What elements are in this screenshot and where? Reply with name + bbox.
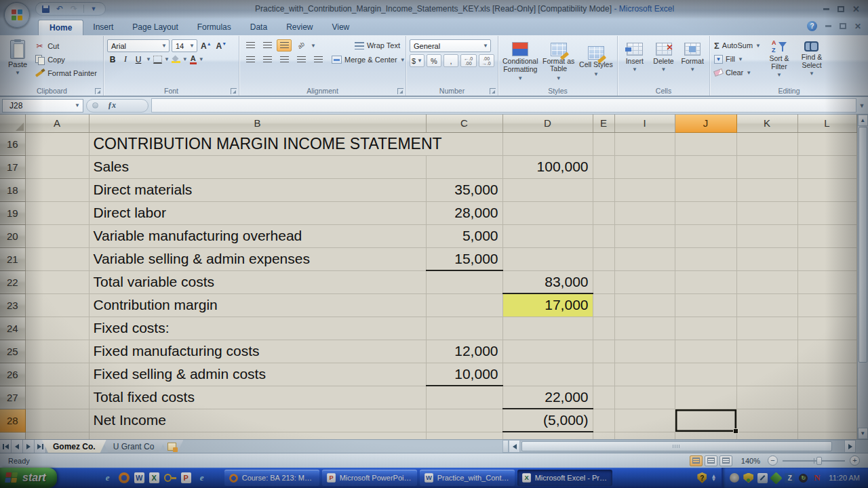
cell-c26[interactable]: 10,000: [426, 363, 502, 386]
security-shield-icon[interactable]: [743, 473, 753, 483]
formula-input[interactable]: [151, 98, 856, 113]
align-middle-button[interactable]: [260, 39, 275, 52]
insert-cells-button[interactable]: Insert▼: [621, 39, 648, 73]
speaker-icon[interactable]: [730, 473, 739, 483]
cell[interactable]: [736, 386, 797, 409]
internet-explorer-icon[interactable]: e: [196, 472, 208, 484]
task-button-word[interactable]: WPractice_with_Contri...: [420, 470, 515, 486]
cell[interactable]: [593, 224, 614, 247]
redo-button[interactable]: ↷: [68, 3, 80, 14]
decrease-indent-button[interactable]: [294, 54, 309, 66]
format-cells-button[interactable]: Format▼: [679, 39, 706, 73]
cell-b25[interactable]: Fixed manufacturing costs: [89, 340, 426, 363]
restore-button[interactable]: [837, 6, 844, 12]
zoom-out-button[interactable]: −: [768, 455, 778, 466]
underline-button[interactable]: U: [133, 55, 144, 64]
powerpoint-icon[interactable]: P: [181, 472, 191, 483]
cell-c19[interactable]: 28,000: [426, 201, 502, 224]
cell[interactable]: [614, 340, 675, 363]
cell[interactable]: [593, 409, 614, 432]
cell-d27[interactable]: 22,000: [502, 386, 593, 409]
cell[interactable]: [25, 293, 89, 317]
align-left-button[interactable]: [243, 54, 258, 66]
shrink-font-button[interactable]: A▼: [215, 41, 229, 51]
customize-qat-button[interactable]: ▼: [87, 3, 100, 14]
tab-formulas[interactable]: Formulas: [188, 20, 241, 35]
cell-b22[interactable]: Total variable costs: [89, 270, 426, 293]
cell[interactable]: [614, 363, 675, 386]
fill-color-button[interactable]: [172, 56, 180, 63]
task-button-excel-active[interactable]: XMicrosoft Excel - Prac...: [517, 470, 612, 486]
row-header[interactable]: 25: [0, 340, 25, 363]
tab-data[interactable]: Data: [241, 20, 277, 35]
cell-c20[interactable]: 5,000: [426, 224, 502, 247]
cell[interactable]: [25, 340, 89, 363]
cell-c21[interactable]: 15,000: [426, 247, 502, 270]
column-header-b[interactable]: B: [89, 115, 426, 132]
cell[interactable]: [614, 132, 675, 155]
autosum-button[interactable]: ΣAutoSum▼: [712, 39, 763, 52]
increase-decimal-button[interactable]: ←.0 .00: [460, 54, 477, 67]
wrap-text-button[interactable]: Wrap Text: [353, 41, 402, 50]
tab-review[interactable]: Review: [277, 20, 322, 35]
dialog-launcher-icon[interactable]: [231, 88, 237, 94]
cell[interactable]: [25, 201, 89, 224]
cell[interactable]: [614, 178, 675, 201]
cell[interactable]: [614, 432, 675, 439]
copy-button[interactable]: Copy: [33, 54, 99, 65]
cell-b20[interactable]: Variable manufacturing overhead: [89, 224, 426, 247]
cell[interactable]: [797, 178, 856, 201]
cell[interactable]: [736, 293, 797, 317]
tab-split-handle[interactable]: [502, 440, 509, 453]
row-header-selected[interactable]: 28: [0, 409, 25, 432]
cell[interactable]: [614, 409, 675, 432]
insert-worksheet-tab[interactable]: [161, 440, 183, 453]
tab-home[interactable]: Home: [38, 20, 83, 35]
netsupport-icon[interactable]: N: [812, 473, 822, 483]
cell-d22[interactable]: 83,000: [502, 270, 593, 293]
formula-bar-expand-icon[interactable]: ▼: [856, 102, 867, 109]
workbook-close-button[interactable]: ✕: [854, 22, 861, 30]
conditional-formatting-button[interactable]: Conditional Formatting▼: [502, 39, 539, 83]
cell[interactable]: [736, 432, 797, 439]
excel-icon[interactable]: X: [149, 472, 159, 483]
cell[interactable]: [736, 155, 797, 178]
cell[interactable]: [25, 409, 89, 432]
selected-cell-j28[interactable]: [675, 409, 736, 432]
key-icon[interactable]: [164, 472, 176, 484]
cell[interactable]: [502, 247, 593, 270]
undo-button[interactable]: ↶: [54, 3, 66, 14]
cell[interactable]: [426, 270, 502, 293]
cell[interactable]: [593, 293, 614, 317]
cell[interactable]: [593, 178, 614, 201]
cell-b19[interactable]: Direct labor: [89, 201, 426, 224]
row-header[interactable]: 24: [0, 317, 25, 340]
cell[interactable]: [797, 132, 856, 155]
cell[interactable]: [675, 363, 736, 386]
borders-button[interactable]: [153, 56, 162, 64]
comma-format-button[interactable]: ,: [443, 54, 458, 67]
cell[interactable]: [502, 317, 593, 340]
cell[interactable]: [675, 432, 736, 439]
cell[interactable]: [426, 293, 502, 317]
cell[interactable]: [797, 201, 856, 224]
workbook-minimize-button[interactable]: [825, 25, 831, 27]
scroll-up-icon[interactable]: ▲: [858, 115, 868, 126]
cell[interactable]: [593, 386, 614, 409]
workbook-restore-button[interactable]: [840, 23, 846, 29]
normal-view-button[interactable]: [690, 455, 703, 466]
firefox-icon[interactable]: [119, 472, 130, 483]
merge-center-button[interactable]: Merge & Center▼: [330, 55, 408, 64]
delete-cells-button[interactable]: Delete▼: [650, 39, 677, 73]
page-layout-view-button[interactable]: [705, 455, 717, 466]
dialog-launcher-icon[interactable]: [490, 88, 496, 94]
cell[interactable]: [736, 363, 797, 386]
cell[interactable]: [25, 363, 89, 386]
cell-b18[interactable]: Direct materials: [89, 178, 426, 201]
cell[interactable]: [736, 201, 797, 224]
messenger-icon[interactable]: [770, 472, 783, 484]
previous-sheet-button[interactable]: [12, 440, 23, 453]
cell[interactable]: [614, 201, 675, 224]
cell[interactable]: [614, 293, 675, 317]
cell[interactable]: [675, 224, 736, 247]
